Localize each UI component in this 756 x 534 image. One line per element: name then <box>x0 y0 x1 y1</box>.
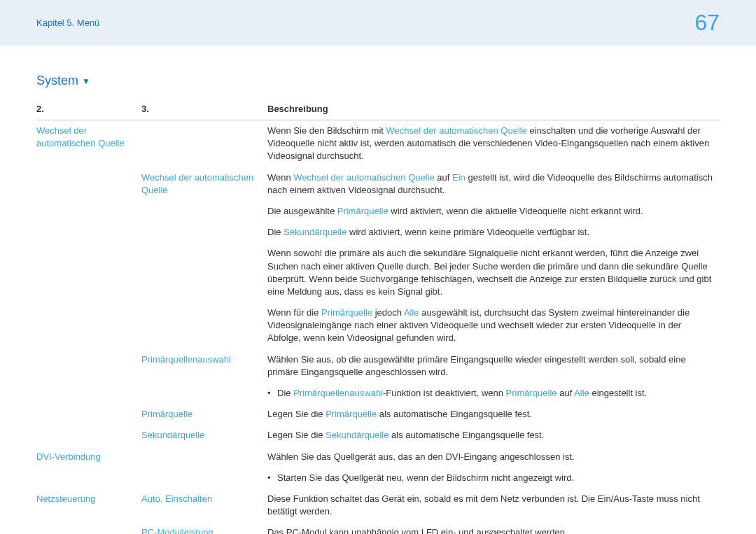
col3-cell <box>141 383 267 404</box>
description-fragment: -Funktion ist deaktiviert, wenn <box>383 388 506 398</box>
table-row: Die Primärquellenauswahl-Funktion ist de… <box>36 383 720 404</box>
description-fragment: Wählen Sie das Quellgerät aus, das an de… <box>267 451 575 462</box>
description-cell: Die Sekundärquelle wird aktiviert, wenn … <box>267 222 720 243</box>
inline-link[interactable]: Sekundärquelle <box>284 227 346 237</box>
description-fragment: Die <box>277 388 293 398</box>
table-row: Starten Sie das Quellgerät neu, wenn der… <box>36 468 720 489</box>
table-row: Wechsel der automatischen QuelleWenn Sie… <box>36 120 720 167</box>
settings-table: 2. 3. Beschreibung Wechsel der automatis… <box>36 99 720 534</box>
inline-link[interactable]: Primärquelle <box>321 307 372 318</box>
table-header-2: 2. <box>36 99 141 120</box>
col3-cell: Auto. Einschalten <box>141 489 267 522</box>
col2-cell <box>36 222 141 243</box>
section-title-text: System <box>36 73 78 87</box>
table-row: PrimärquellenauswahlWählen Sie aus, ob d… <box>36 349 720 383</box>
description-text: Wenn für die Primärquelle jedoch Alle au… <box>267 307 714 345</box>
description-text: Diese Funktion schaltet das Gerät ein, s… <box>267 493 714 518</box>
col2-cell <box>36 243 141 302</box>
col3-cell: Wechsel der automatischen Quelle <box>141 167 267 201</box>
description-fragment: Diese Funktion schaltet das Gerät ein, s… <box>267 493 700 517</box>
description-cell: Wenn Wechsel der automatischen Quelle au… <box>267 167 720 201</box>
description-fragment: Wählen Sie aus, ob die ausgewählte primä… <box>267 354 686 377</box>
inline-link[interactable]: Sekundärquelle <box>326 430 388 440</box>
description-text: Die ausgewählte Primärquelle wird aktivi… <box>267 205 714 218</box>
table-row: DVI-VerbindungWählen Sie das Quellgerät … <box>36 447 720 468</box>
table-row: Die Sekundärquelle wird aktiviert, wenn … <box>36 222 720 243</box>
description-cell: Wählen Sie aus, ob die ausgewählte primä… <box>267 349 720 383</box>
inline-link[interactable]: Alle <box>574 388 589 398</box>
description-cell: Starten Sie das Quellgerät neu, wenn der… <box>267 468 720 489</box>
description-cell: Legen Sie die Sekundärquelle als automat… <box>267 425 720 446</box>
col3-cell <box>141 120 267 167</box>
description-text: Wählen Sie aus, ob die ausgewählte primä… <box>267 353 714 379</box>
description-cell: Wenn sowohl die primäre als auch die sek… <box>267 243 720 302</box>
description-cell: Legen Sie die Primärquelle als automatis… <box>267 404 720 425</box>
description-cell: Das PC-Modul kann unabhängig vom LFD ein… <box>267 522 720 534</box>
col3-cell: Primärquelle <box>141 404 267 425</box>
description-fragment: jedoch <box>372 307 404 318</box>
col3-cell <box>141 302 267 349</box>
bullet-text: Die Primärquellenauswahl-Funktion ist de… <box>267 387 714 400</box>
col3-cell: PC-Modulleistung <box>141 522 267 534</box>
inline-link[interactable]: Ein <box>452 172 465 183</box>
description-fragment: Wenn sowohl die primäre als auch die sek… <box>267 248 711 297</box>
description-cell: Diese Funktion schaltet das Gerät ein, s… <box>267 489 720 522</box>
table-row: Wenn sowohl die primäre als auch die sek… <box>36 243 720 302</box>
chevron-down-icon: ▼ <box>82 76 90 86</box>
description-fragment: Wenn für die <box>267 307 321 318</box>
breadcrumb[interactable]: Kapitel 5. Menü <box>36 17 99 28</box>
description-fragment: wird aktiviert, wenn die aktuelle Videoq… <box>388 206 643 216</box>
inline-link[interactable]: Wechsel der automatischen Quelle <box>293 172 434 183</box>
submenu-item-link[interactable]: Auto. Einschalten <box>141 493 212 504</box>
menu-item-link[interactable]: DVI-Verbindung <box>36 451 101 462</box>
col3-cell: Sekundärquelle <box>141 425 267 446</box>
description-fragment: als automatische Eingangsquelle fest. <box>377 409 532 419</box>
submenu-item-link[interactable]: Wechsel der automatischen Quelle <box>141 172 253 195</box>
inline-link[interactable]: Primärquellenauswahl <box>293 388 383 398</box>
table-row: NetzsteuerungAuto. EinschaltenDiese Funk… <box>36 489 720 522</box>
col3-cell <box>141 447 267 468</box>
table-row: Wechsel der automatischen QuelleWenn Wec… <box>36 167 720 201</box>
col3-cell: Primärquellenauswahl <box>141 349 267 383</box>
inline-link[interactable]: Wechsel der automatischen Quelle <box>386 125 527 136</box>
description-fragment: als automatische Eingangsquelle fest. <box>388 430 544 440</box>
col2-cell <box>36 468 141 489</box>
submenu-item-link[interactable]: PC-Modulleistung <box>141 527 214 534</box>
page-content: System ▼ 2. 3. Beschreibung Wechsel der … <box>0 45 756 534</box>
col2-cell <box>36 425 141 446</box>
col2-cell <box>36 349 141 383</box>
description-text: Legen Sie die Sekundärquelle als automat… <box>267 429 714 442</box>
col2-cell: DVI-Verbindung <box>36 447 141 468</box>
section-title[interactable]: System ▼ <box>36 73 720 88</box>
col3-cell <box>141 222 267 243</box>
description-fragment: eingestellt ist. <box>589 388 647 398</box>
submenu-item-link[interactable]: Primärquellenauswahl <box>141 354 231 365</box>
col2-cell <box>36 404 141 425</box>
inline-link[interactable]: Primärquelle <box>326 409 377 419</box>
description-text: Legen Sie die Primärquelle als automatis… <box>267 408 714 421</box>
submenu-item-link[interactable]: Sekundärquelle <box>141 430 204 440</box>
table-header-desc: Beschreibung <box>267 99 720 120</box>
description-fragment: wird aktiviert, wenn keine primäre Video… <box>346 227 589 237</box>
page-header: Kapitel 5. Menü 67 <box>0 0 756 45</box>
description-text: Wenn Sie den Bildschirm mit Wechsel der … <box>267 125 714 163</box>
submenu-item-link[interactable]: Primärquelle <box>141 409 192 419</box>
description-text: Die Sekundärquelle wird aktiviert, wenn … <box>267 226 714 239</box>
description-fragment: auf <box>435 172 452 183</box>
description-fragment: Die <box>267 227 284 237</box>
description-fragment: Wenn <box>267 172 293 183</box>
bullet-text: Starten Sie das Quellgerät neu, wenn der… <box>267 472 714 484</box>
col2-cell <box>36 383 141 404</box>
description-cell: Wählen Sie das Quellgerät aus, das an de… <box>267 447 720 468</box>
menu-item-link[interactable]: Wechsel der automatischen Quelle <box>36 125 125 148</box>
description-cell: Wenn Sie den Bildschirm mit Wechsel der … <box>267 120 720 167</box>
inline-link[interactable]: Primärquelle <box>506 388 557 398</box>
description-cell: Wenn für die Primärquelle jedoch Alle au… <box>267 302 720 349</box>
menu-item-link[interactable]: Netzsteuerung <box>36 493 96 504</box>
description-fragment: auf <box>557 388 575 398</box>
description-fragment: Legen Sie die <box>267 409 326 419</box>
inline-link[interactable]: Alle <box>404 307 419 318</box>
col2-cell <box>36 201 141 222</box>
description-fragment: Wenn Sie den Bildschirm mit <box>267 125 386 136</box>
inline-link[interactable]: Primärquelle <box>337 206 388 216</box>
